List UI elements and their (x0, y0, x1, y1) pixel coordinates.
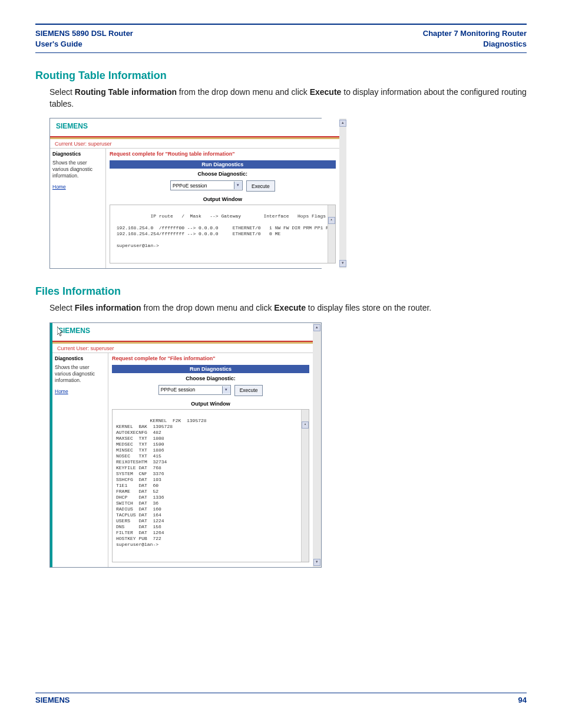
run-diagnostics-bar: Run Diagnostics (110, 160, 336, 169)
frame-scrollbar[interactable]: ▴ ▾ (313, 323, 321, 567)
output-scrollbar[interactable]: ▴ (301, 410, 309, 562)
header-bottom-rule (35, 52, 527, 53)
sidebar-desc-3: information. (55, 377, 81, 383)
page-footer: SIEMENS 94 (35, 693, 527, 704)
home-link[interactable]: Home (52, 184, 103, 190)
sidebar-desc-2: various diagnostic (55, 371, 95, 377)
output-scrollbar[interactable]: ▴ (328, 205, 335, 263)
header-right-1: Chapter 7 Monitoring Router (423, 29, 527, 38)
sidebar: Diagnostics Shows the user various diagn… (50, 149, 106, 268)
footer-rule (35, 693, 527, 693)
output-window: KERNEL F2K 1395728 KERNEL BAK 1395728 AU… (112, 409, 309, 562)
select-value: PPPoE session (161, 387, 196, 393)
choose-diagnostic-label: Choose Diagnostic: (110, 171, 336, 177)
select-value: PPPoE session (173, 183, 207, 189)
scroll-up-icon[interactable]: ▴ (313, 324, 320, 331)
scroll-up-icon[interactable]: ▴ (339, 120, 346, 127)
output-window-label: Output Window (110, 196, 336, 202)
status-message: Request complete for "Files information" (112, 355, 309, 361)
choose-diagnostic-label: Choose Diagnostic: (112, 375, 309, 381)
sidebar: Diagnostics Shows the user various diagn… (52, 353, 108, 567)
brand-logo: SIEMENS (52, 323, 313, 341)
header-left-2: User's Guide (35, 39, 82, 48)
section-heading-files: Files Information (35, 285, 527, 298)
output-text: IP route / Mask --> Gateway Interface Ho… (114, 213, 332, 248)
files-screenshot: SIEMENS Current User: superuser Diagnost… (49, 322, 322, 568)
diagnostic-select[interactable]: PPPoE session ▾ (158, 385, 231, 395)
routing-screenshot: SIEMENS Current User: superuser Diagnost… (49, 118, 322, 269)
sidebar-desc-1: Shows the user (52, 160, 87, 166)
current-user-bar: Current User: superuser (50, 139, 339, 149)
sidebar-desc-3: information. (52, 173, 78, 179)
chevron-down-icon: ▾ (234, 182, 242, 189)
section-heading-routing: Routing Table Information (35, 70, 527, 82)
status-message: Request complete for "Routing table info… (110, 151, 336, 157)
execute-button[interactable]: Execute (234, 385, 263, 396)
output-window-label: Output Window (112, 401, 309, 407)
current-user-bar: Current User: superuser (52, 344, 313, 353)
section-body-routing: Select Routing Table information from th… (49, 87, 527, 110)
scroll-down-icon[interactable]: ▾ (339, 260, 346, 267)
header-top-rule (35, 24, 527, 25)
page-header: SIEMENS 5890 DSL Router User's Guide Cha… (35, 28, 527, 52)
scroll-up-icon[interactable]: ▴ (302, 421, 309, 429)
scroll-up-icon[interactable]: ▴ (328, 217, 335, 224)
frame-scrollbar[interactable]: ▴ ▾ (339, 118, 346, 268)
header-left-1: SIEMENS 5890 DSL Router (35, 29, 133, 38)
home-link[interactable]: Home (55, 388, 105, 395)
diagnostic-select[interactable]: PPPoE session ▾ (170, 180, 243, 190)
sidebar-title: Diagnostics (55, 355, 105, 362)
page-number: 94 (518, 696, 527, 704)
scroll-down-icon[interactable]: ▾ (313, 559, 320, 566)
execute-button[interactable]: Execute (246, 180, 275, 192)
sidebar-desc-2: various diagnostic (52, 166, 92, 172)
chevron-down-icon: ▾ (222, 386, 230, 394)
section-body-files: Select Files information from the drop d… (49, 302, 527, 314)
output-text: KERNEL F2K 1395728 KERNEL BAK 1395728 AU… (116, 418, 207, 547)
footer-brand: SIEMENS (35, 696, 70, 704)
header-right-2: Diagnostics (483, 39, 527, 48)
brand-logo: SIEMENS (50, 118, 339, 136)
sidebar-title: Diagnostics (52, 151, 103, 157)
run-diagnostics-bar: Run Diagnostics (112, 365, 309, 373)
sidebar-desc-1: Shows the user (55, 364, 90, 370)
output-window: IP route / Mask --> Gateway Interface Ho… (110, 205, 336, 263)
